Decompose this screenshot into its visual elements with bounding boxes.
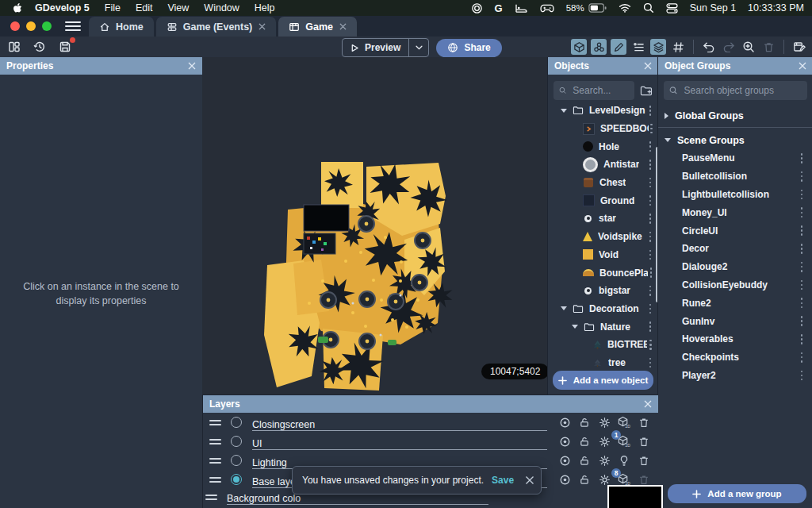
group-item-dialouge2[interactable]: Dialouge2 [658,258,812,276]
background-color-swatch[interactable] [607,485,663,508]
layer-effects-sun-icon[interactable] [598,473,611,486]
group-item-guninv[interactable]: GunInv [658,312,812,330]
object-item-void[interactable]: Void [548,246,658,264]
record-target-icon[interactable] [471,2,483,14]
object-item-bigstar[interactable]: bigstar [548,282,658,300]
drag-handle-icon[interactable] [209,458,221,464]
toast-save-button[interactable]: Save [492,475,514,486]
delete-selection-trash-icon[interactable] [760,39,776,55]
save-project-icon[interactable] [57,39,73,55]
group-item-lightbulletcollision[interactable]: Lightbulletcollision [658,186,812,204]
close-tab-icon[interactable] [259,23,266,30]
layer-radio-selected[interactable] [231,474,242,485]
kebab-menu-icon[interactable] [798,261,806,273]
kebab-menu-icon[interactable] [798,171,806,183]
layer-lock-icon[interactable] [578,473,591,486]
redo-icon[interactable] [721,39,737,55]
object-item-hole[interactable]: Hole [548,137,658,156]
open-project-manager-icon[interactable] [6,39,22,55]
zoom-icon[interactable] [741,39,756,55]
group-item-money-ui[interactable]: Money_UI [658,203,812,221]
main-menu-hamburger-icon[interactable] [65,16,81,37]
object-folder-decoration[interactable]: Decoration [548,300,658,318]
drag-handle-icon[interactable] [205,495,217,500]
edit-scene-properties-icon[interactable] [791,39,807,55]
kebab-menu-icon[interactable] [646,231,654,243]
control-center-icon[interactable] [666,3,678,13]
close-window-button[interactable] [10,21,20,31]
object-folder-nature[interactable]: Nature [548,318,658,336]
drag-handle-icon[interactable] [209,420,221,425]
menu-file[interactable]: File [105,2,121,13]
ghub-icon[interactable]: G [495,2,503,14]
toast-close-icon[interactable] [525,475,534,485]
layer-visibility-eye-icon[interactable] [558,435,571,448]
maximize-window-button[interactable] [42,21,52,31]
kebab-menu-icon[interactable] [646,140,654,152]
objects-list-toggle-icon[interactable] [591,39,607,55]
layer-radio[interactable] [231,455,242,466]
close-panel-icon[interactable] [644,62,652,70]
undo-icon[interactable] [701,39,717,55]
menubar-time[interactable]: 10:33:33 PM [748,2,804,13]
menu-app-name[interactable]: GDevelop 5 [35,2,90,13]
close-tab-icon[interactable] [339,23,347,30]
menu-edit[interactable]: Edit [136,2,153,13]
layer-lock-icon[interactable] [578,435,591,448]
kebab-menu-icon[interactable] [798,279,806,291]
object-item-chest[interactable]: Chest [548,174,658,192]
group-item-collisioneyebuddy[interactable]: CollisionEyebuddy [658,276,812,294]
edit-mode-pencil-icon[interactable] [611,39,626,55]
close-panel-icon[interactable] [188,62,196,70]
sleep-bed-icon[interactable] [515,3,528,13]
layer-delete-trash-icon[interactable] [638,416,650,429]
layer-2d3d-cube-icon[interactable]: 2D [618,416,630,429]
add-new-object-button[interactable]: Add a new object [553,371,653,390]
minimize-window-button[interactable] [26,21,36,31]
group-item-bulletcollision[interactable]: Bulletcollision [658,167,812,186]
objects-search-input[interactable] [553,81,634,100]
tab-game-scene[interactable]: Game [278,17,357,37]
preview-button[interactable]: Preview [342,38,429,57]
add-new-group-button[interactable]: Add a new group [668,484,806,503]
kebab-menu-icon[interactable] [646,159,654,171]
menu-window[interactable]: Window [204,2,239,13]
layer-delete-trash-icon[interactable] [638,435,650,448]
object-groups-search-input[interactable] [664,81,807,100]
battery-status[interactable]: 58% [566,3,607,13]
group-item-circleui[interactable]: CircleUI [658,221,812,240]
layer-effects-sun-icon[interactable] [598,416,611,429]
chevron-down-icon[interactable] [561,306,567,310]
kebab-menu-icon[interactable] [648,267,654,279]
object-folder-leveldesign[interactable]: LevelDesign [548,102,658,120]
kebab-menu-icon[interactable] [798,243,806,255]
wifi-icon[interactable] [619,3,631,13]
preview-options-chevron-icon[interactable] [408,39,428,56]
tab-home[interactable]: Home [89,17,154,37]
kebab-menu-icon[interactable] [646,213,654,225]
layer-visibility-eye-icon[interactable] [558,454,571,467]
object-item-bounceplant[interactable]: BouncePlant [548,264,658,282]
kebab-menu-icon[interactable] [646,176,654,188]
kebab-menu-icon[interactable] [798,206,806,218]
kebab-menu-icon[interactable] [798,297,806,309]
group-item-rune2[interactable]: Rune2 [658,294,812,312]
layer-effects-sun-icon[interactable] [598,435,611,448]
group-item-hoverables[interactable]: Hoverables [658,330,812,348]
object-item-speedboost[interactable]: SPEEDBOOST [548,120,658,138]
drag-handle-icon[interactable] [209,477,221,483]
add-folder-icon[interactable] [640,85,653,96]
kebab-menu-icon[interactable] [649,122,654,134]
grid-toggle-icon[interactable] [670,39,686,55]
chevron-down-icon[interactable] [561,109,567,113]
kebab-menu-icon[interactable] [798,352,806,364]
layers-toggle-icon[interactable] [650,39,666,55]
drag-handle-icon[interactable] [209,439,221,444]
kebab-menu-icon[interactable] [646,356,654,368]
layer-lock-icon[interactable] [578,416,591,429]
version-history-icon[interactable] [32,39,48,55]
layer-delete-trash-icon[interactable] [638,473,650,486]
kebab-menu-icon[interactable] [646,105,654,117]
menubar-date[interactable]: Sun Sep 1 [690,2,736,13]
share-button[interactable]: Share [436,39,501,57]
